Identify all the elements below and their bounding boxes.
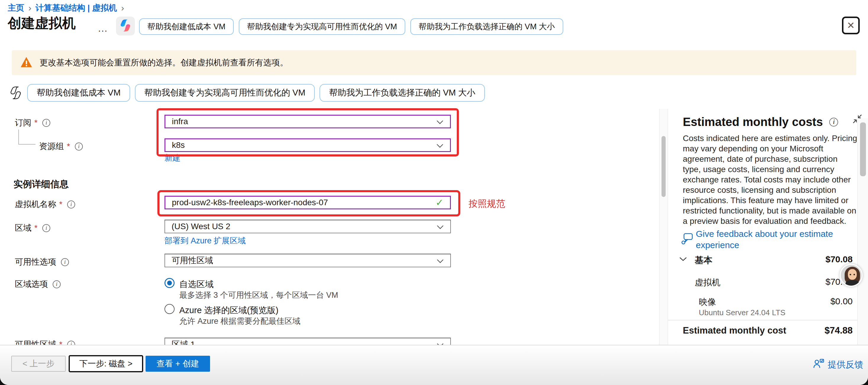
breadcrumb-home-link[interactable]: 主页 [8,2,24,13]
availability-zone-dropdown[interactable]: 区域 1 [164,338,451,345]
region-value: (US) West US 2 [172,222,230,231]
cost-row-value: $0.00 [830,296,852,306]
total-cost-label: Estimated monthly cost [683,325,786,336]
close-icon: ✕ [847,20,855,31]
availability-options-label: 可用性选项 i [15,256,69,267]
cost-panel-title: Estimated monthly costs i [683,115,838,129]
main-scrollbar-thumb[interactable] [661,136,665,197]
close-button[interactable]: ✕ [842,17,860,34]
region-dropdown[interactable]: (US) West US 2 [164,220,451,233]
instance-details-heading: 实例详细信息 [13,178,69,190]
resource-group-label: 资源组* i [39,141,83,152]
chevron-down-icon[interactable] [679,257,687,263]
cost-row-value: $70.08 [826,254,852,264]
azure-selected-zones-radio[interactable] [164,304,175,314]
suggestion-low-cost-button[interactable]: 帮助我创建低成本 VM [139,18,234,35]
vm-name-input[interactable]: prod-usw2-k8s-freeleaps-worker-nodes-07 … [164,196,451,210]
warning-text: 更改基本选项可能会重置所做的选择。创建虚拟机前查看所有选项。 [40,57,288,68]
vm-name-value: prod-usw2-k8s-freeleaps-worker-nodes-07 [172,198,328,207]
info-icon[interactable]: i [829,118,838,127]
zone-options-label: 区域选项 i [15,279,61,290]
chevron-right-icon: › [121,3,124,13]
info-icon[interactable]: i [61,258,69,266]
suggestion-high-availability-button[interactable]: 帮助我创建专为实现高可用性而优化的 VM [239,18,405,35]
self-select-zones-radio-label[interactable]: 自选区域 [179,279,214,290]
total-cost-value: $74.88 [825,325,852,336]
copilot-button[interactable] [116,17,135,35]
info-icon[interactable]: i [67,341,75,345]
azure-selected-zones-radio-label[interactable]: Azure 选择的区域(预览版) [179,304,278,316]
valid-check-icon: ✓ [435,197,443,208]
subscription-dropdown[interactable]: infra [164,115,451,128]
required-marker: * [59,340,62,345]
info-icon[interactable]: i [53,280,61,288]
availability-zone-label: 可用性区域* i [15,339,75,345]
chevron-down-icon [437,222,444,231]
required-marker: * [67,142,70,151]
suggestion-high-availability-button[interactable]: 帮助我创建专为实现高可用性而优化的 VM [135,84,315,102]
panel-divider [668,320,868,320]
previous-step-button[interactable]: < 上一步 [11,356,66,372]
warning-icon [20,57,33,69]
copilot-outline-icon [9,86,23,100]
breadcrumb: 主页 › 计算基础结构 | 虚拟机 › [8,2,124,13]
tree-connector-vertical [18,130,19,144]
panel-scrollbar-thumb[interactable] [860,122,866,176]
cost-row-sublabel: Ubuntu Server 24.04 LTS [699,308,785,317]
availability-options-dropdown[interactable]: 可用性区域 [164,254,451,267]
required-marker: * [59,200,62,209]
vm-name-label: 虚拟机名称* i [15,199,75,210]
give-feedback-link[interactable]: 提供反馈 [813,358,863,371]
next-step-disks-button[interactable]: 下一步: 磁盘 > [69,355,143,372]
create-new-resource-group-link[interactable]: 新建 [164,153,181,163]
subscription-label: 订阅* i [15,117,50,128]
cost-panel-description: Costs indicated here are estimates only.… [683,133,857,226]
info-icon[interactable]: i [67,200,75,208]
estimate-feedback-link[interactable]: Give feedback about your estimate experi… [696,228,862,251]
chevron-right-icon: › [28,3,31,13]
panel-scrollbar-track[interactable] [857,118,868,345]
self-select-zones-description: 最多选择 3 个可用性区域，每个区域一台 VM [179,290,338,300]
availability-options-value: 可用性区域 [172,255,213,266]
annotation-text: 按照规范 [469,197,505,210]
chevron-down-icon [436,140,443,150]
feedback-person-icon [813,358,824,371]
warning-banner: 更改基本选项可能会重置所做的选择。创建虚拟机前查看所有选项。 [12,50,856,75]
tree-connector-horizontal [18,144,35,145]
suggestion-low-cost-button[interactable]: 帮助我创建低成本 VM [27,84,130,102]
subscription-value: infra [172,117,188,126]
info-icon[interactable]: i [42,119,50,127]
region-label: 区域* i [15,222,50,234]
give-feedback-label: 提供反馈 [828,359,863,371]
resource-group-value: k8s [172,140,185,150]
required-marker: * [34,223,38,233]
info-icon[interactable]: i [75,142,83,151]
cost-row-label: 基本 [695,254,712,266]
suggestion-right-size-button[interactable]: 帮助我为工作负载选择正确的 VM 大小 [410,18,563,35]
copilot-suggestions-row: 帮助我创建低成本 VM 帮助我创建专为实现高可用性而优化的 VM 帮助我为工作负… [9,84,485,102]
review-create-button[interactable]: 查看 + 创建 [146,356,210,372]
resource-group-dropdown[interactable]: k8s [164,138,451,152]
cost-row-label: 映像 [699,296,716,308]
clipped-form-row: 可用性区域* i 区域 1 [0,334,659,345]
required-marker: * [34,118,38,127]
feedback-bubbles-icon [681,232,693,247]
info-icon[interactable]: i [42,224,50,232]
avatar[interactable] [840,264,863,287]
copilot-suggestions-top: 帮助我创建低成本 VM 帮助我创建专为实现高可用性而优化的 VM 帮助我为工作负… [139,18,563,35]
breadcrumb-section-link[interactable]: 计算基础结构 | 虚拟机 [35,2,117,13]
suggestion-right-size-button[interactable]: 帮助我为工作负载选择正确的 VM 大小 [319,84,485,102]
more-options-button[interactable]: … [98,23,108,34]
copilot-icon [119,19,132,33]
deploy-edge-zone-link[interactable]: 部署到 Azure 扩展区域 [164,235,246,246]
availability-zone-value: 区域 1 [172,339,195,345]
page-title: 创建虚拟机 [8,14,76,33]
main-scrollbar-track[interactable] [659,109,668,345]
chevron-down-icon [437,256,444,265]
chevron-down-icon [436,117,443,126]
create-vm-page: 主页 › 计算基础结构 | 虚拟机 › 创建虚拟机 … 帮助我创建低成本 VM … [0,0,868,385]
self-select-zones-radio[interactable] [164,278,175,288]
azure-selected-zones-description: 允许 Azure 根据需要分配最佳区域 [179,316,301,326]
chevron-down-icon [437,340,444,345]
cost-row-label: 虚拟机 [695,277,720,289]
